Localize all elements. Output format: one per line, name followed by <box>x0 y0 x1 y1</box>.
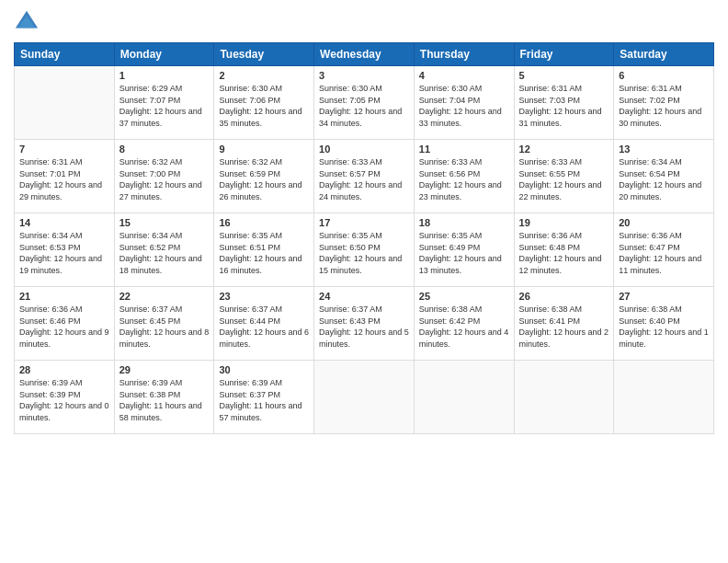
page: SundayMondayTuesdayWednesdayThursdayFrid… <box>0 0 728 563</box>
day-info: Sunrise: 6:39 AMSunset: 6:37 PMDaylight:… <box>219 377 309 423</box>
calendar-cell <box>414 361 514 434</box>
day-info: Sunrise: 6:37 AMSunset: 6:43 PMDaylight:… <box>319 304 409 350</box>
header <box>14 9 714 35</box>
calendar-cell: 22Sunrise: 6:37 AMSunset: 6:45 PMDayligh… <box>114 287 214 361</box>
weekday-header-sunday: Sunday <box>15 43 115 66</box>
day-number: 7 <box>19 144 109 155</box>
calendar-cell <box>15 66 115 140</box>
day-info: Sunrise: 6:31 AMSunset: 7:02 PMDaylight:… <box>619 83 709 129</box>
day-number: 30 <box>219 364 309 375</box>
calendar-cell: 16Sunrise: 6:35 AMSunset: 6:51 PMDayligh… <box>214 213 314 287</box>
day-info: Sunrise: 6:38 AMSunset: 6:41 PMDaylight:… <box>519 304 609 350</box>
day-info: Sunrise: 6:32 AMSunset: 7:00 PMDaylight:… <box>119 156 210 202</box>
calendar-cell <box>314 361 415 434</box>
weekday-header-saturday: Saturday <box>614 43 714 66</box>
weekday-header-row: SundayMondayTuesdayWednesdayThursdayFrid… <box>15 43 714 66</box>
day-number: 23 <box>219 291 309 302</box>
day-number: 21 <box>19 291 109 302</box>
day-info: Sunrise: 6:30 AMSunset: 7:05 PMDaylight:… <box>319 83 409 129</box>
day-number: 12 <box>519 144 609 155</box>
day-number: 8 <box>119 144 210 155</box>
calendar-cell: 15Sunrise: 6:34 AMSunset: 6:52 PMDayligh… <box>114 213 214 287</box>
calendar-cell: 11Sunrise: 6:33 AMSunset: 6:56 PMDayligh… <box>414 140 514 213</box>
calendar-cell: 12Sunrise: 6:33 AMSunset: 6:55 PMDayligh… <box>514 140 614 213</box>
calendar-cell: 28Sunrise: 6:39 AMSunset: 6:39 PMDayligh… <box>15 361 115 434</box>
day-info: Sunrise: 6:39 AMSunset: 6:39 PMDaylight:… <box>19 377 109 423</box>
day-number: 17 <box>319 217 409 228</box>
logo <box>14 9 43 35</box>
calendar-cell: 25Sunrise: 6:38 AMSunset: 6:42 PMDayligh… <box>414 287 514 361</box>
calendar-cell: 10Sunrise: 6:33 AMSunset: 6:57 PMDayligh… <box>314 140 415 213</box>
calendar-cell: 21Sunrise: 6:36 AMSunset: 6:46 PMDayligh… <box>15 287 115 361</box>
day-info: Sunrise: 6:33 AMSunset: 6:55 PMDaylight:… <box>519 156 609 202</box>
calendar-cell: 5Sunrise: 6:31 AMSunset: 7:03 PMDaylight… <box>514 66 614 140</box>
day-number: 3 <box>319 70 409 81</box>
day-info: Sunrise: 6:38 AMSunset: 6:40 PMDaylight:… <box>619 304 709 350</box>
day-info: Sunrise: 6:35 AMSunset: 6:50 PMDaylight:… <box>319 230 409 276</box>
day-number: 11 <box>419 144 509 155</box>
day-number: 6 <box>619 70 709 81</box>
calendar-cell: 3Sunrise: 6:30 AMSunset: 7:05 PMDaylight… <box>314 66 415 140</box>
calendar-cell: 13Sunrise: 6:34 AMSunset: 6:54 PMDayligh… <box>614 140 714 213</box>
calendar-cell: 2Sunrise: 6:30 AMSunset: 7:06 PMDaylight… <box>214 66 314 140</box>
weekday-header-friday: Friday <box>514 43 614 66</box>
calendar-cell: 1Sunrise: 6:29 AMSunset: 7:07 PMDaylight… <box>114 66 214 140</box>
day-info: Sunrise: 6:35 AMSunset: 6:51 PMDaylight:… <box>219 230 309 276</box>
day-info: Sunrise: 6:34 AMSunset: 6:53 PMDaylight:… <box>19 230 109 276</box>
day-info: Sunrise: 6:39 AMSunset: 6:38 PMDaylight:… <box>119 377 210 423</box>
day-number: 5 <box>519 70 609 81</box>
day-number: 19 <box>519 217 609 228</box>
day-number: 15 <box>119 217 210 228</box>
day-info: Sunrise: 6:36 AMSunset: 6:46 PMDaylight:… <box>19 304 109 350</box>
day-number: 28 <box>19 364 109 375</box>
day-number: 18 <box>419 217 509 228</box>
calendar-cell: 6Sunrise: 6:31 AMSunset: 7:02 PMDaylight… <box>614 66 714 140</box>
calendar-cell: 20Sunrise: 6:36 AMSunset: 6:47 PMDayligh… <box>614 213 714 287</box>
day-number: 10 <box>319 144 409 155</box>
calendar-cell: 7Sunrise: 6:31 AMSunset: 7:01 PMDaylight… <box>15 140 115 213</box>
day-number: 16 <box>219 217 309 228</box>
day-number: 14 <box>19 217 109 228</box>
calendar-cell: 17Sunrise: 6:35 AMSunset: 6:50 PMDayligh… <box>314 213 415 287</box>
calendar-cell: 23Sunrise: 6:37 AMSunset: 6:44 PMDayligh… <box>214 287 314 361</box>
weekday-header-wednesday: Wednesday <box>314 43 415 66</box>
day-info: Sunrise: 6:32 AMSunset: 6:59 PMDaylight:… <box>219 156 309 202</box>
day-info: Sunrise: 6:37 AMSunset: 6:44 PMDaylight:… <box>219 304 309 350</box>
calendar-cell: 18Sunrise: 6:35 AMSunset: 6:49 PMDayligh… <box>414 213 514 287</box>
day-info: Sunrise: 6:34 AMSunset: 6:54 PMDaylight:… <box>619 156 709 202</box>
day-info: Sunrise: 6:31 AMSunset: 7:01 PMDaylight:… <box>19 156 109 202</box>
calendar-cell: 30Sunrise: 6:39 AMSunset: 6:37 PMDayligh… <box>214 361 314 434</box>
calendar-cell: 19Sunrise: 6:36 AMSunset: 6:48 PMDayligh… <box>514 213 614 287</box>
day-info: Sunrise: 6:35 AMSunset: 6:49 PMDaylight:… <box>419 230 509 276</box>
day-number: 22 <box>119 291 210 302</box>
calendar-cell: 27Sunrise: 6:38 AMSunset: 6:40 PMDayligh… <box>614 287 714 361</box>
calendar-week-4: 21Sunrise: 6:36 AMSunset: 6:46 PMDayligh… <box>15 287 714 361</box>
day-info: Sunrise: 6:38 AMSunset: 6:42 PMDaylight:… <box>419 304 509 350</box>
day-info: Sunrise: 6:29 AMSunset: 7:07 PMDaylight:… <box>119 83 210 129</box>
day-info: Sunrise: 6:33 AMSunset: 6:57 PMDaylight:… <box>319 156 409 202</box>
day-number: 1 <box>119 70 210 81</box>
day-info: Sunrise: 6:36 AMSunset: 6:48 PMDaylight:… <box>519 230 609 276</box>
calendar-cell: 4Sunrise: 6:30 AMSunset: 7:04 PMDaylight… <box>414 66 514 140</box>
day-info: Sunrise: 6:34 AMSunset: 6:52 PMDaylight:… <box>119 230 210 276</box>
weekday-header-tuesday: Tuesday <box>214 43 314 66</box>
day-number: 26 <box>519 291 609 302</box>
day-info: Sunrise: 6:37 AMSunset: 6:45 PMDaylight:… <box>119 304 210 350</box>
day-number: 27 <box>619 291 709 302</box>
calendar-cell <box>614 361 714 434</box>
day-number: 25 <box>419 291 509 302</box>
day-info: Sunrise: 6:36 AMSunset: 6:47 PMDaylight:… <box>619 230 709 276</box>
weekday-header-monday: Monday <box>114 43 214 66</box>
day-number: 29 <box>119 364 210 375</box>
calendar-cell <box>514 361 614 434</box>
day-number: 20 <box>619 217 709 228</box>
day-info: Sunrise: 6:30 AMSunset: 7:04 PMDaylight:… <box>419 83 509 129</box>
day-number: 13 <box>619 144 709 155</box>
day-number: 24 <box>319 291 409 302</box>
day-info: Sunrise: 6:33 AMSunset: 6:56 PMDaylight:… <box>419 156 509 202</box>
calendar-week-1: 1Sunrise: 6:29 AMSunset: 7:07 PMDaylight… <box>15 66 714 140</box>
calendar-cell: 8Sunrise: 6:32 AMSunset: 7:00 PMDaylight… <box>114 140 214 213</box>
calendar-cell: 24Sunrise: 6:37 AMSunset: 6:43 PMDayligh… <box>314 287 415 361</box>
calendar-week-2: 7Sunrise: 6:31 AMSunset: 7:01 PMDaylight… <box>15 140 714 213</box>
day-info: Sunrise: 6:30 AMSunset: 7:06 PMDaylight:… <box>219 83 309 129</box>
